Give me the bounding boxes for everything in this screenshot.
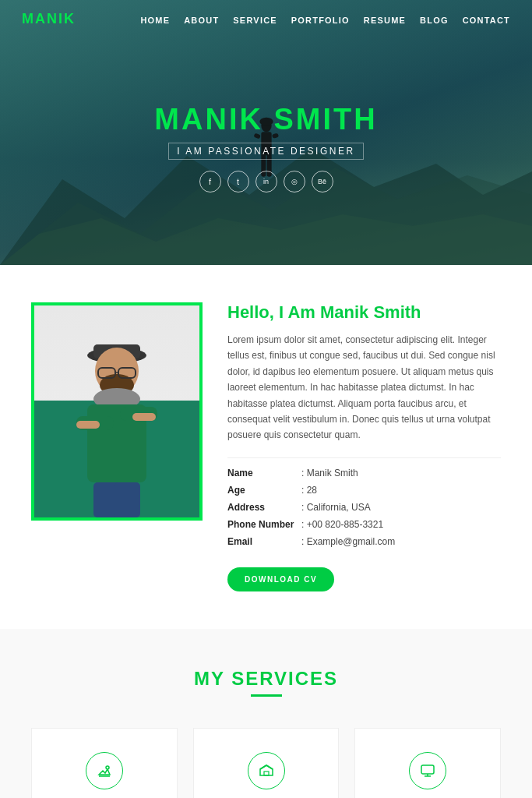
value-address: : California, USA bbox=[301, 502, 371, 513]
label-address: Address bbox=[227, 502, 301, 513]
twitter-icon[interactable]: t bbox=[227, 171, 249, 192]
profile-image-container bbox=[31, 302, 203, 521]
svg-rect-21 bbox=[76, 421, 100, 429]
about-text: Hello, I Am Manik Smith Lorem ipsum dolo… bbox=[227, 302, 501, 591]
services-section: MY SERVICES WEB DESIGN Lorem ipsum dolor… bbox=[0, 629, 532, 798]
about-details: Name : Manik Smith Age : 28 Address : Ca… bbox=[227, 457, 501, 547]
navbar: MANIK HOME ABOUT SERVICE PORTFOLIO RESUM… bbox=[0, 0, 532, 38]
detail-phone: Phone Number : +00 820-885-3321 bbox=[227, 519, 501, 530]
detail-address: Address : California, USA bbox=[227, 502, 501, 513]
linkedin-icon[interactable]: in bbox=[255, 171, 277, 192]
label-email: Email bbox=[227, 536, 301, 547]
about-section: Hello, I Am Manik Smith Lorem ipsum dolo… bbox=[0, 265, 532, 629]
profile-photo bbox=[34, 305, 199, 517]
about-heading-colored: Manik Smith bbox=[320, 302, 421, 322]
value-email: : Example@gmail.com bbox=[301, 536, 395, 547]
ui-icon bbox=[409, 752, 446, 789]
hero-title: MANIK SMITH bbox=[154, 104, 377, 136]
services-grid: WEB DESIGN Lorem ipsum dolor sit amet, c… bbox=[31, 728, 501, 798]
about-heading: Hello, I Am Manik Smith bbox=[227, 302, 501, 323]
services-title-colored: SERVICES bbox=[231, 668, 338, 689]
about-heading-plain: Hello, I Am bbox=[227, 302, 320, 322]
profile-person-svg bbox=[55, 315, 179, 517]
hero-socials: f t in ◎ Bē bbox=[154, 171, 377, 192]
nav-portfolio[interactable]: PORTFOLIO bbox=[291, 16, 350, 25]
nav-resume[interactable]: RESUME bbox=[364, 16, 406, 25]
services-title-plain: MY bbox=[194, 668, 231, 689]
svg-rect-24 bbox=[114, 482, 140, 517]
nav-links: HOME ABOUT SERVICE PORTFOLIO RESUME BLOG… bbox=[140, 12, 510, 26]
label-age: Age bbox=[227, 485, 301, 496]
value-name: : Manik Smith bbox=[301, 468, 358, 478]
svg-rect-22 bbox=[132, 413, 156, 421]
services-divider bbox=[251, 694, 282, 697]
detail-age: Age : 28 bbox=[227, 485, 501, 496]
svg-rect-31 bbox=[421, 765, 434, 774]
service-card-ui: USER INTERFACE Lorem ipsum dolor sit ame… bbox=[354, 728, 501, 798]
hero-section: MANIK SMITH I AM PASSIONATE DESIGNER f t… bbox=[0, 0, 532, 265]
nav-about[interactable]: ABOUT bbox=[184, 16, 219, 25]
label-name: Name bbox=[227, 468, 301, 478]
about-description: Lorem ipsum dolor sit amet, consectetur … bbox=[227, 332, 501, 443]
value-phone: : +00 820-885-3321 bbox=[301, 519, 383, 530]
brand-logo[interactable]: MANIK bbox=[22, 11, 76, 27]
svg-point-25 bbox=[106, 766, 109, 769]
service-card-branding: BRANDING Lorem ipsum dolor sit amet, con… bbox=[193, 728, 340, 798]
facebook-icon[interactable]: f bbox=[199, 171, 221, 192]
svg-line-29 bbox=[266, 765, 273, 769]
branding-icon bbox=[248, 752, 285, 789]
hero-subtitle: I AM PASSIONATE DESIGNER bbox=[168, 143, 363, 160]
value-age: : 28 bbox=[301, 485, 317, 496]
svg-marker-27 bbox=[260, 765, 273, 775]
download-cv-button[interactable]: DOWNLOAD CV bbox=[227, 567, 334, 591]
service-card-webdesign: WEB DESIGN Lorem ipsum dolor sit amet, c… bbox=[31, 728, 178, 798]
nav-contact[interactable]: CONTACT bbox=[463, 16, 510, 25]
nav-blog[interactable]: BLOG bbox=[420, 16, 449, 25]
label-phone: Phone Number bbox=[227, 519, 301, 530]
behance-icon[interactable]: Bē bbox=[312, 171, 333, 192]
services-heading: MY SERVICES bbox=[31, 668, 501, 690]
instagram-icon[interactable]: ◎ bbox=[284, 171, 305, 192]
detail-name: Name : Manik Smith bbox=[227, 468, 501, 478]
svg-line-28 bbox=[260, 765, 266, 769]
hero-content: MANIK SMITH I AM PASSIONATE DESIGNER f t… bbox=[154, 104, 377, 192]
detail-email: Email : Example@gmail.com bbox=[227, 536, 501, 547]
nav-home[interactable]: HOME bbox=[140, 16, 170, 25]
webdesign-icon bbox=[86, 752, 123, 789]
nav-service[interactable]: SERVICE bbox=[233, 16, 277, 25]
